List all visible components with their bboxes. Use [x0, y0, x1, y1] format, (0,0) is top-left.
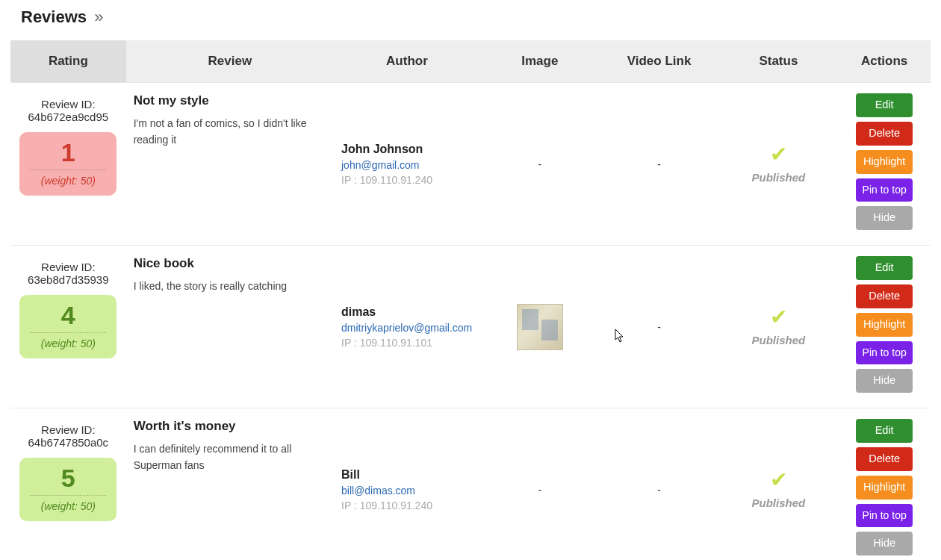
review-id-label: Review ID:: [18, 261, 119, 273]
author-name: dimas: [341, 305, 473, 319]
author-name: John Johnson: [341, 143, 473, 156]
pin-to-top-button[interactable]: Pin to top: [856, 341, 913, 364]
table-row: Review ID: 64b672ea9cd95 1 (weight: 50) …: [10, 83, 931, 246]
pin-to-top-button[interactable]: Pin to top: [856, 178, 913, 202]
review-id-label: Review ID:: [18, 423, 119, 436]
divider: [30, 332, 106, 333]
video-cell: -: [600, 83, 719, 246]
col-header-image[interactable]: Image: [480, 40, 600, 83]
edit-button[interactable]: Edit: [856, 419, 913, 443]
review-title: Not my style: [134, 93, 326, 108]
delete-button[interactable]: Delete: [856, 122, 913, 146]
chevron-right-icon: »: [94, 7, 103, 26]
divider: [30, 495, 106, 496]
review-id-value: 64b672ea9cd95: [18, 111, 119, 123]
review-id-value: 64b6747850a0c: [18, 436, 119, 449]
check-icon: ✔: [726, 307, 830, 328]
col-header-review[interactable]: Review: [126, 40, 334, 83]
author-name: Bill: [341, 468, 473, 482]
col-header-status[interactable]: Status: [718, 40, 838, 83]
author-ip: IP : 109.110.91.240: [341, 500, 473, 511]
review-body: I can definitely recommend it to all Sup…: [134, 441, 313, 473]
reviews-table: Rating Review Author Image Video Link St…: [10, 40, 931, 560]
status-text: Published: [726, 171, 830, 184]
page-title: Reviews »: [0, 0, 941, 40]
image-placeholder: -: [538, 158, 541, 170]
author-email[interactable]: bill@dimas.com: [341, 485, 473, 497]
status-text: Published: [726, 497, 830, 509]
image-cell: -: [480, 408, 600, 560]
check-icon: ✔: [726, 470, 830, 491]
rating-value: 1: [24, 140, 112, 165]
col-header-rating[interactable]: Rating: [10, 40, 126, 83]
edit-button[interactable]: Edit: [856, 256, 913, 280]
col-header-author[interactable]: Author: [334, 40, 480, 83]
rating-badge: 4 (weight: 50): [19, 295, 117, 358]
rating-value: 5: [24, 465, 112, 491]
author-ip: IP : 109.110.91.101: [341, 337, 473, 349]
image-cell: -: [480, 246, 600, 408]
image-cell: -: [480, 83, 600, 246]
pin-to-top-button[interactable]: Pin to top: [856, 504, 913, 527]
author-ip: IP : 109.110.91.240: [341, 174, 473, 186]
col-header-video[interactable]: Video Link: [600, 40, 719, 83]
table-row: Review ID: 63eb8d7d35939 4 (weight: 50) …: [10, 246, 931, 408]
delete-button[interactable]: Delete: [856, 284, 913, 308]
rating-weight: (weight: 50): [24, 500, 112, 512]
review-body: I liked, the story is really catching: [134, 279, 313, 295]
rating-value: 4: [24, 302, 112, 328]
check-icon: ✔: [726, 144, 830, 165]
review-body: I'm not a fan of comics, so I didn't lik…: [134, 116, 313, 148]
hide-button[interactable]: Hide: [856, 369, 913, 393]
page-title-text: Reviews: [21, 7, 87, 26]
rating-badge: 1 (weight: 50): [19, 132, 117, 196]
delete-button[interactable]: Delete: [856, 447, 913, 471]
review-title: Worth it's money: [134, 419, 326, 434]
video-cell: -: [600, 246, 719, 408]
review-title: Nice book: [134, 256, 326, 271]
col-header-actions[interactable]: Actions: [838, 40, 931, 83]
hide-button[interactable]: Hide: [856, 532, 913, 556]
highlight-button[interactable]: Highlight: [856, 476, 913, 500]
image-placeholder: -: [538, 484, 541, 496]
status-text: Published: [726, 334, 830, 346]
highlight-button[interactable]: Highlight: [856, 313, 913, 337]
review-id-value: 63eb8d7d35939: [18, 273, 119, 286]
author-email[interactable]: dmitriykaprielov@gmail.com: [341, 322, 473, 334]
hide-button[interactable]: Hide: [856, 206, 913, 230]
edit-button[interactable]: Edit: [856, 93, 913, 117]
divider: [30, 169, 106, 170]
author-email[interactable]: john@gmail.com: [341, 159, 473, 171]
table-row: Review ID: 64b6747850a0c 5 (weight: 50) …: [10, 408, 931, 560]
rating-weight: (weight: 50): [24, 175, 112, 187]
review-id-label: Review ID:: [18, 98, 119, 111]
review-image-thumb[interactable]: [517, 304, 563, 350]
rating-badge: 5 (weight: 50): [19, 458, 117, 521]
highlight-button[interactable]: Highlight: [856, 150, 913, 174]
video-cell: -: [600, 408, 719, 560]
rating-weight: (weight: 50): [24, 337, 112, 349]
